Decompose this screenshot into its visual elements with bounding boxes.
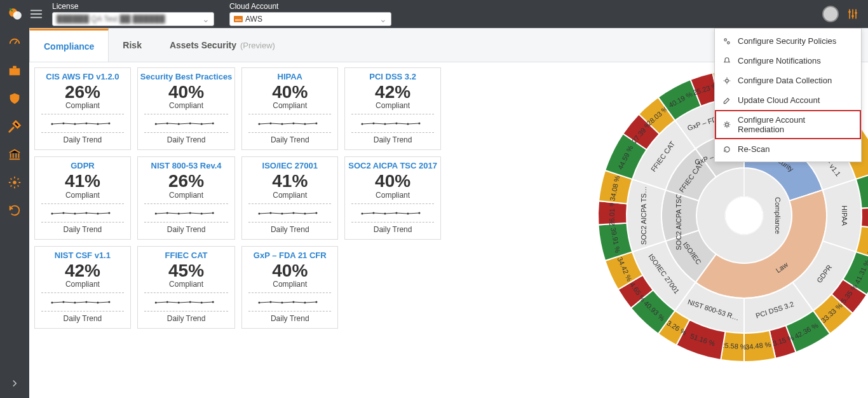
menu-item-security-policies[interactable]: Configure Security Policies [715, 31, 861, 51]
menu-label: Configure Account Remediation [738, 115, 853, 134]
svg-point-56 [407, 212, 409, 214]
svg-point-51 [316, 212, 318, 214]
svg-point-18 [178, 123, 180, 125]
card-trend-label: Daily Trend [245, 135, 335, 144]
svg-point-62 [97, 302, 98, 304]
tab-assets-security[interactable]: Assets Security (Preview) [156, 29, 289, 62]
svg-point-17 [166, 123, 168, 125]
compliance-card[interactable]: CIS AWS FD v1.2.0 26% Compliant Daily Tr… [34, 67, 131, 150]
compliance-card[interactable]: ISO/IEC 27001 41% Compliant Daily Trend [241, 156, 338, 239]
svg-point-72 [281, 302, 283, 304]
menu-item-rescan[interactable]: Re-Scan [715, 139, 861, 159]
svg-point-11 [62, 123, 64, 125]
svg-point-45 [212, 212, 214, 214]
topbar: License ██████ QA Test ██ ██████ ⌄ Cloud… [0, 0, 868, 28]
svg-point-29 [373, 123, 375, 125]
svg-point-64 [155, 302, 157, 304]
svg-point-121 [724, 38, 727, 41]
card-percentage: 40% [245, 83, 335, 101]
svg-point-47 [270, 212, 272, 214]
card-trend-label: Daily Trend [348, 135, 438, 144]
svg-point-61 [85, 301, 87, 303]
svg-point-34 [51, 212, 53, 214]
card-compliant-label: Compliant [37, 101, 128, 110]
svg-point-38 [97, 212, 98, 214]
svg-point-26 [304, 123, 306, 125]
svg-point-42 [178, 212, 180, 214]
menu-item-account-remediation[interactable]: Configure Account Remediation [715, 110, 861, 139]
svg-point-66 [178, 302, 180, 304]
svg-rect-8 [13, 66, 17, 69]
gauge-icon[interactable] [8, 36, 22, 50]
svg-point-75 [316, 301, 318, 303]
svg-rect-7 [10, 68, 20, 75]
sparkline [351, 203, 434, 223]
avatar[interactable] [822, 6, 839, 22]
compliance-card[interactable]: SOC2 AICPA TSC 2017 40% Compliant Daily … [344, 156, 441, 239]
tab-risk[interactable]: Risk [109, 29, 156, 62]
compliance-card[interactable]: Security Best Practices 40% Compliant Da… [137, 67, 236, 150]
cloud-label: Cloud Account [229, 2, 391, 11]
sidebar [0, 28, 29, 398]
card-title: GxP – FDA 21 CFR [245, 250, 335, 260]
card-percentage: 40% [348, 172, 438, 190]
shield-icon[interactable] [8, 92, 22, 106]
svg-point-58 [51, 302, 53, 304]
svg-point-5 [851, 15, 854, 18]
hamburger-icon[interactable] [29, 7, 43, 21]
card-percentage: 42% [37, 261, 128, 280]
settings-dropdown: Configure Security Policies Configure No… [714, 28, 862, 162]
license-label: License [52, 2, 214, 11]
license-select[interactable]: ██████ QA Test ██ ██████ ⌄ [52, 12, 214, 26]
institution-icon[interactable] [8, 148, 22, 161]
license-value: ██████ QA Test ██ ██████ [57, 15, 202, 24]
menu-item-notifications[interactable]: Configure Notifications [715, 51, 861, 71]
compliance-card[interactable]: GxP – FDA 21 CFR 40% Compliant Daily Tre… [241, 246, 338, 329]
compliance-card[interactable]: NIST CSF v1.1 42% Compliant Daily Trend [34, 246, 131, 329]
svg-point-12 [74, 123, 76, 125]
history-icon[interactable] [8, 203, 22, 217]
svg-text:26.01 %: 26.01 % [608, 200, 616, 226]
expand-sidebar-icon[interactable] [8, 376, 22, 390]
menu-item-update-account[interactable]: Update Cloud Account [715, 90, 861, 110]
card-compliant-label: Compliant [348, 191, 438, 200]
compliance-card[interactable]: FFIEC CAT 45% Compliant Daily Trend [137, 246, 236, 329]
card-percentage: 40% [245, 261, 335, 280]
sparkline [41, 114, 124, 133]
svg-point-33 [419, 123, 421, 125]
compliance-card[interactable]: NIST 800-53 Rev.4 26% Compliant Daily Tr… [137, 156, 236, 239]
card-compliant-label: Compliant [245, 101, 335, 110]
card-title: NIST CSF v1.1 [37, 250, 128, 260]
svg-point-19 [189, 123, 191, 125]
svg-point-71 [270, 301, 272, 303]
card-percentage: 41% [37, 172, 128, 190]
settings-sliders-icon[interactable] [846, 8, 859, 20]
menu-item-data-collection[interactable]: Configure Data Collection [715, 71, 861, 90]
svg-point-49 [293, 212, 295, 214]
svg-point-44 [201, 212, 203, 214]
svg-point-6 [855, 12, 857, 15]
svg-point-52 [362, 212, 363, 214]
tab-label: Compliance [44, 41, 94, 51]
compliance-card[interactable]: GDPR 41% Compliant Daily Trend [34, 156, 131, 239]
briefcase-icon[interactable] [8, 64, 22, 78]
gear-icon[interactable] [8, 175, 22, 189]
card-title: SOC2 AICPA TSC 2017 [348, 161, 438, 170]
card-trend-label: Daily Trend [37, 225, 128, 234]
card-title: HIPAA [245, 72, 335, 81]
compliance-card[interactable]: HIPAA 40% Compliant Daily Trend [241, 67, 338, 150]
compliance-card[interactable]: PCI DSS 3.2 42% Compliant Daily Trend [344, 67, 441, 150]
menu-label: Configure Security Policies [738, 36, 836, 46]
gear-icon [722, 76, 731, 85]
card-compliant-label: Compliant [37, 191, 128, 200]
sparkline [144, 114, 229, 133]
gavel-icon[interactable] [8, 120, 22, 134]
card-title: CIS AWS FD v1.2.0 [37, 72, 128, 81]
svg-point-63 [108, 301, 110, 303]
svg-point-70 [259, 302, 261, 304]
tab-label: Assets Security [170, 40, 236, 50]
cloud-selector: Cloud Account awsAWS ⌄ [229, 2, 391, 26]
svg-point-68 [201, 302, 203, 304]
cloud-select[interactable]: awsAWS ⌄ [229, 12, 391, 26]
tab-compliance[interactable]: Compliance [29, 29, 109, 62]
